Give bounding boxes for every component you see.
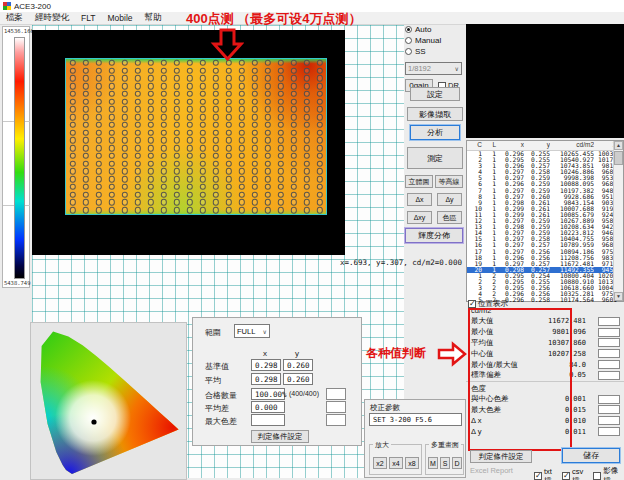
zoom-x4-button[interactable]: x4 — [389, 457, 403, 469]
delta-xy-button[interactable]: Δxy — [407, 211, 432, 224]
footer-judge-condition-button[interactable]: 判定條件設定 — [470, 450, 532, 463]
radio-row-Manual[interactable]: Manual — [405, 35, 464, 46]
plot3d-button[interactable]: 立體圖 — [405, 175, 433, 188]
judge-box[interactable] — [326, 388, 346, 400]
measure-point — [121, 207, 127, 213]
measure-point — [212, 168, 218, 174]
zoom-x8-button[interactable]: x8 — [405, 457, 419, 469]
measure-point — [173, 176, 179, 182]
judge-box[interactable] — [598, 395, 620, 404]
average-x-field[interactable]: 0.298 — [251, 373, 281, 385]
reference-y-field[interactable]: 0.260 — [283, 359, 313, 371]
measure-point — [186, 184, 192, 190]
reference-x-field[interactable]: 0.298 — [251, 359, 281, 371]
measure-point — [95, 191, 101, 197]
judge-box[interactable] — [598, 405, 620, 414]
radio-Auto[interactable] — [405, 26, 412, 33]
contour-button[interactable]: 等高線 — [435, 175, 463, 188]
export-check-txt檔[interactable]: ✓txt檔 — [534, 466, 558, 480]
max-diff-field[interactable] — [251, 414, 285, 426]
excel-report-button[interactable]: Excel Report — [470, 466, 513, 475]
measure-point — [238, 83, 244, 89]
stat-row: 標準偏差0.05 — [466, 370, 624, 381]
judge-box[interactable] — [598, 328, 620, 337]
judge-box[interactable] — [598, 416, 620, 425]
measure-point — [69, 83, 75, 89]
checkbox-txt檔[interactable]: ✓ — [534, 472, 542, 480]
measure-point — [186, 129, 192, 135]
multiscreen-D-button[interactable]: D — [452, 457, 462, 469]
judge-box[interactable] — [598, 349, 620, 358]
stat-label: 標準偏差 — [471, 370, 524, 380]
radio-row-Auto[interactable]: Auto — [405, 24, 464, 35]
radio-SS[interactable] — [405, 48, 412, 55]
menu-item-經時變化[interactable]: 經時變化 — [35, 12, 69, 24]
judge-condition-button[interactable]: 判定條件設定 — [251, 430, 309, 443]
measure-point — [95, 83, 101, 89]
measure-point — [160, 91, 166, 97]
menu-item-幫助[interactable]: 幫助 — [145, 12, 162, 24]
shutter-select[interactable]: 1/8192 ∨ — [405, 62, 462, 75]
settings-button[interactable]: 設定 — [410, 87, 460, 101]
measure-point — [160, 207, 166, 213]
measure-point — [134, 106, 140, 112]
image-capture-button[interactable]: 影像擷取 — [407, 107, 463, 121]
judge-box[interactable] — [598, 360, 620, 369]
multiscreen-group-label: 多重畫面 — [429, 440, 461, 450]
radio-row-SS[interactable]: SS — [405, 46, 464, 57]
measure-point — [199, 207, 205, 213]
measurement-table[interactable]: CLxycd/m2X 110.2960.25510265.45510038210… — [466, 140, 624, 302]
measure-point — [251, 67, 257, 73]
measure-point — [160, 176, 166, 182]
checkbox-影像檔[interactable] — [593, 472, 601, 480]
measure-point — [277, 83, 283, 89]
measure-point — [95, 60, 101, 66]
measure-point — [225, 153, 231, 159]
measure-point — [212, 176, 218, 182]
menu-item-Mobile[interactable]: Mobile — [107, 13, 132, 23]
stat-row: 最大色差0.015 — [466, 405, 624, 416]
judge-box[interactable] — [598, 317, 620, 326]
color-area-button[interactable]: 色區 — [437, 211, 462, 224]
save-button[interactable]: 儲存 — [562, 448, 620, 463]
export-check-影像檔[interactable]: 影像檔 — [593, 466, 624, 480]
luminance-distribution-button[interactable]: 輝度分佈 — [405, 228, 463, 243]
measure-point — [95, 98, 101, 104]
menu-item-FLT[interactable]: FLT — [81, 13, 95, 23]
export-check-csv檔[interactable]: ✓csv檔 — [562, 466, 589, 480]
measure-point — [134, 60, 140, 66]
measure-button[interactable]: 測定 — [407, 147, 463, 169]
measurement-display[interactable] — [32, 30, 345, 255]
shutter-value: 1/8192 — [408, 64, 431, 73]
range-select[interactable]: FULL ∨ — [234, 324, 270, 338]
table-scrollbar[interactable]: ▲ ▼ — [613, 141, 623, 301]
delta-x-button[interactable]: Δx — [407, 193, 432, 206]
measure-point — [147, 145, 153, 151]
average-y-field[interactable]: 0.260 — [283, 373, 313, 385]
checkbox-csv檔[interactable]: ✓ — [562, 472, 570, 480]
scroll-up-icon[interactable]: ▲ — [614, 141, 623, 150]
analyze-button[interactable]: 分析 — [410, 125, 460, 140]
measure-point — [303, 153, 309, 159]
multiscreen-M-button[interactable]: M — [428, 457, 438, 469]
calibration-field[interactable]: SET 3-200 F5.6 — [369, 413, 462, 426]
measure-point — [160, 98, 166, 104]
judge-box[interactable] — [598, 427, 620, 436]
radio-Manual[interactable] — [405, 37, 412, 44]
judge-box[interactable] — [326, 414, 346, 426]
menu-item-檔案[interactable]: 檔案 — [6, 12, 23, 24]
judge-box[interactable] — [598, 371, 620, 380]
multiscreen-S-button[interactable]: S — [440, 457, 450, 469]
measure-point — [147, 83, 153, 89]
avg-diff-field[interactable]: 0.000 — [251, 401, 285, 413]
judge-box[interactable] — [326, 401, 346, 413]
measure-point — [186, 207, 192, 213]
judge-box[interactable] — [598, 338, 620, 347]
luminance-heatmap[interactable] — [65, 58, 327, 215]
measure-point — [225, 160, 231, 166]
zoom-x2-button[interactable]: x2 — [373, 457, 387, 469]
scroll-thumb[interactable] — [614, 151, 623, 165]
scroll-down-icon[interactable]: ▼ — [614, 292, 623, 301]
measure-point — [264, 191, 270, 197]
delta-y-button[interactable]: Δy — [437, 193, 462, 206]
